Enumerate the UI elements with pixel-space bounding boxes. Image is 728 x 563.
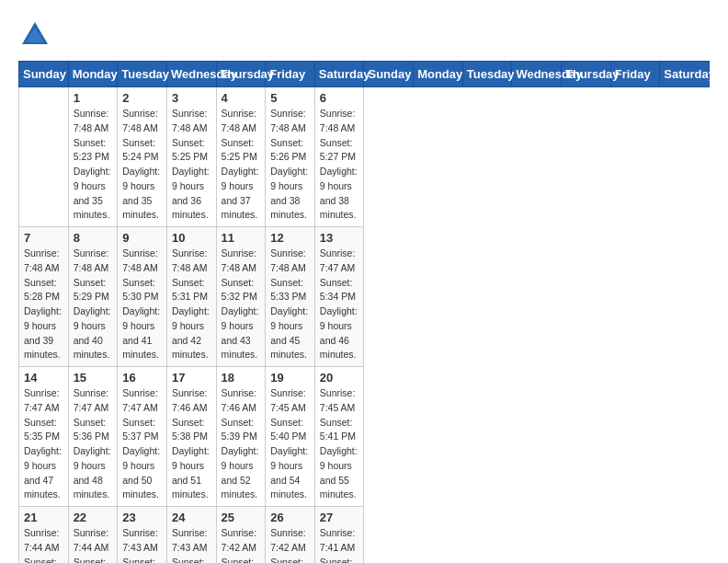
calendar-cell: 21Sunrise: 7:44 AM Sunset: 5:42 PM Dayli… <box>19 507 69 564</box>
day-info: Sunrise: 7:48 AM Sunset: 5:31 PM Dayligh… <box>172 247 211 362</box>
day-number: 21 <box>24 511 63 524</box>
day-number: 17 <box>172 371 211 385</box>
calendar-cell: 24Sunrise: 7:43 AM Sunset: 5:45 PM Dayli… <box>166 507 216 564</box>
column-header-monday: Monday <box>68 62 118 87</box>
calendar-cell: 12Sunrise: 7:48 AM Sunset: 5:33 PM Dayli… <box>266 227 315 367</box>
day-info: Sunrise: 7:48 AM Sunset: 5:25 PM Dayligh… <box>172 107 211 223</box>
day-info: Sunrise: 7:42 AM Sunset: 5:48 PM Dayligh… <box>270 526 310 563</box>
week-row-3: 14Sunrise: 7:47 AM Sunset: 5:35 PM Dayli… <box>19 367 710 507</box>
calendar-cell: 15Sunrise: 7:47 AM Sunset: 5:36 PM Dayli… <box>68 367 118 507</box>
week-row-2: 7Sunrise: 7:48 AM Sunset: 5:28 PM Daylig… <box>19 227 710 367</box>
day-number: 1 <box>74 91 113 105</box>
day-number: 13 <box>320 231 359 245</box>
column-header-tuesday: Tuesday <box>118 62 167 87</box>
column-header-sunday: Sunday <box>364 62 414 87</box>
calendar-cell: 5Sunrise: 7:48 AM Sunset: 5:26 PM Daylig… <box>266 87 315 227</box>
week-row-1: 1Sunrise: 7:48 AM Sunset: 5:23 PM Daylig… <box>19 87 710 227</box>
calendar-cell: 1Sunrise: 7:48 AM Sunset: 5:23 PM Daylig… <box>68 87 118 227</box>
day-info: Sunrise: 7:48 AM Sunset: 5:27 PM Dayligh… <box>320 107 359 223</box>
calendar-cell: 10Sunrise: 7:48 AM Sunset: 5:31 PM Dayli… <box>166 227 216 367</box>
day-number: 16 <box>122 371 162 385</box>
day-number: 8 <box>74 231 113 245</box>
logo <box>18 18 55 52</box>
day-number: 23 <box>122 511 162 524</box>
calendar-cell: 26Sunrise: 7:42 AM Sunset: 5:48 PM Dayli… <box>266 507 315 564</box>
day-info: Sunrise: 7:45 AM Sunset: 5:41 PM Dayligh… <box>320 386 359 502</box>
day-info: Sunrise: 7:48 AM Sunset: 5:30 PM Dayligh… <box>122 247 162 362</box>
day-info: Sunrise: 7:46 AM Sunset: 5:39 PM Dayligh… <box>222 386 261 502</box>
day-info: Sunrise: 7:47 AM Sunset: 5:37 PM Dayligh… <box>122 386 162 502</box>
calendar-cell: 16Sunrise: 7:47 AM Sunset: 5:37 PM Dayli… <box>118 367 167 507</box>
day-info: Sunrise: 7:47 AM Sunset: 5:35 PM Dayligh… <box>24 386 63 502</box>
day-info: Sunrise: 7:48 AM Sunset: 5:32 PM Dayligh… <box>222 247 261 362</box>
day-info: Sunrise: 7:46 AM Sunset: 5:38 PM Dayligh… <box>172 386 211 502</box>
calendar-cell: 9Sunrise: 7:48 AM Sunset: 5:30 PM Daylig… <box>118 227 167 367</box>
day-number: 12 <box>270 231 310 245</box>
calendar-cell: 27Sunrise: 7:41 AM Sunset: 5:49 PM Dayli… <box>314 507 364 564</box>
column-header-tuesday: Tuesday <box>462 62 512 87</box>
day-info: Sunrise: 7:42 AM Sunset: 5:46 PM Dayligh… <box>222 526 261 563</box>
week-row-4: 21Sunrise: 7:44 AM Sunset: 5:42 PM Dayli… <box>19 507 710 564</box>
column-header-friday: Friday <box>610 62 660 87</box>
day-number: 5 <box>270 91 310 105</box>
calendar-cell: 6Sunrise: 7:48 AM Sunset: 5:27 PM Daylig… <box>314 87 364 227</box>
calendar-cell: 22Sunrise: 7:44 AM Sunset: 5:43 PM Dayli… <box>68 507 118 564</box>
column-header-wednesday: Wednesday <box>166 62 216 87</box>
day-number: 4 <box>222 91 261 105</box>
day-info: Sunrise: 7:43 AM Sunset: 5:45 PM Dayligh… <box>172 526 211 563</box>
day-info: Sunrise: 7:48 AM Sunset: 5:33 PM Dayligh… <box>270 247 310 362</box>
day-number: 10 <box>172 231 211 245</box>
day-info: Sunrise: 7:48 AM Sunset: 5:25 PM Dayligh… <box>222 107 261 223</box>
column-header-thursday: Thursday <box>216 62 266 87</box>
day-info: Sunrise: 7:43 AM Sunset: 5:44 PM Dayligh… <box>122 526 162 563</box>
column-header-saturday: Saturday <box>314 62 364 87</box>
column-header-saturday: Saturday <box>660 62 710 87</box>
calendar-cell: 8Sunrise: 7:48 AM Sunset: 5:29 PM Daylig… <box>68 227 118 367</box>
day-number: 22 <box>74 511 113 524</box>
calendar-cell: 13Sunrise: 7:47 AM Sunset: 5:34 PM Dayli… <box>314 227 364 367</box>
column-header-friday: Friday <box>266 62 315 87</box>
day-info: Sunrise: 7:48 AM Sunset: 5:24 PM Dayligh… <box>122 107 162 223</box>
day-number: 14 <box>24 371 63 385</box>
day-number: 2 <box>122 91 162 105</box>
day-info: Sunrise: 7:44 AM Sunset: 5:43 PM Dayligh… <box>74 526 113 563</box>
logo-icon <box>18 18 51 52</box>
day-number: 19 <box>270 371 310 385</box>
calendar-table: SundayMondayTuesdayWednesdayThursdayFrid… <box>18 61 710 563</box>
day-number: 20 <box>320 371 359 385</box>
calendar-cell: 19Sunrise: 7:45 AM Sunset: 5:40 PM Dayli… <box>266 367 315 507</box>
day-number: 15 <box>74 371 113 385</box>
calendar-cell: 11Sunrise: 7:48 AM Sunset: 5:32 PM Dayli… <box>216 227 266 367</box>
day-number: 7 <box>24 231 63 245</box>
calendar-cell: 17Sunrise: 7:46 AM Sunset: 5:38 PM Dayli… <box>166 367 216 507</box>
day-info: Sunrise: 7:48 AM Sunset: 5:28 PM Dayligh… <box>24 247 63 362</box>
calendar-cell: 18Sunrise: 7:46 AM Sunset: 5:39 PM Dayli… <box>216 367 266 507</box>
day-info: Sunrise: 7:44 AM Sunset: 5:42 PM Dayligh… <box>24 526 63 563</box>
day-number: 6 <box>320 91 359 105</box>
calendar-cell: 14Sunrise: 7:47 AM Sunset: 5:35 PM Dayli… <box>19 367 69 507</box>
day-number: 9 <box>122 231 162 245</box>
calendar-cell: 20Sunrise: 7:45 AM Sunset: 5:41 PM Dayli… <box>314 367 364 507</box>
calendar-cell: 4Sunrise: 7:48 AM Sunset: 5:25 PM Daylig… <box>216 87 266 227</box>
day-number: 24 <box>172 511 211 524</box>
calendar-cell: 3Sunrise: 7:48 AM Sunset: 5:25 PM Daylig… <box>166 87 216 227</box>
page-header <box>18 18 710 52</box>
calendar-cell: 7Sunrise: 7:48 AM Sunset: 5:28 PM Daylig… <box>19 227 69 367</box>
day-info: Sunrise: 7:45 AM Sunset: 5:40 PM Dayligh… <box>270 386 310 502</box>
calendar-cell: 23Sunrise: 7:43 AM Sunset: 5:44 PM Dayli… <box>118 507 167 564</box>
column-header-wednesday: Wednesday <box>512 62 562 87</box>
column-header-sunday: Sunday <box>19 62 69 87</box>
day-info: Sunrise: 7:48 AM Sunset: 5:23 PM Dayligh… <box>74 107 113 223</box>
day-number: 3 <box>172 91 211 105</box>
day-info: Sunrise: 7:48 AM Sunset: 5:26 PM Dayligh… <box>270 107 310 223</box>
day-number: 11 <box>222 231 261 245</box>
day-number: 25 <box>222 511 261 524</box>
calendar-cell: 2Sunrise: 7:48 AM Sunset: 5:24 PM Daylig… <box>118 87 167 227</box>
day-number: 27 <box>320 511 359 524</box>
day-number: 26 <box>270 511 310 524</box>
day-info: Sunrise: 7:41 AM Sunset: 5:49 PM Dayligh… <box>320 526 359 563</box>
column-header-monday: Monday <box>414 62 463 87</box>
calendar-cell: 25Sunrise: 7:42 AM Sunset: 5:46 PM Dayli… <box>216 507 266 564</box>
day-info: Sunrise: 7:48 AM Sunset: 5:29 PM Dayligh… <box>74 247 113 362</box>
day-info: Sunrise: 7:47 AM Sunset: 5:34 PM Dayligh… <box>320 247 359 362</box>
